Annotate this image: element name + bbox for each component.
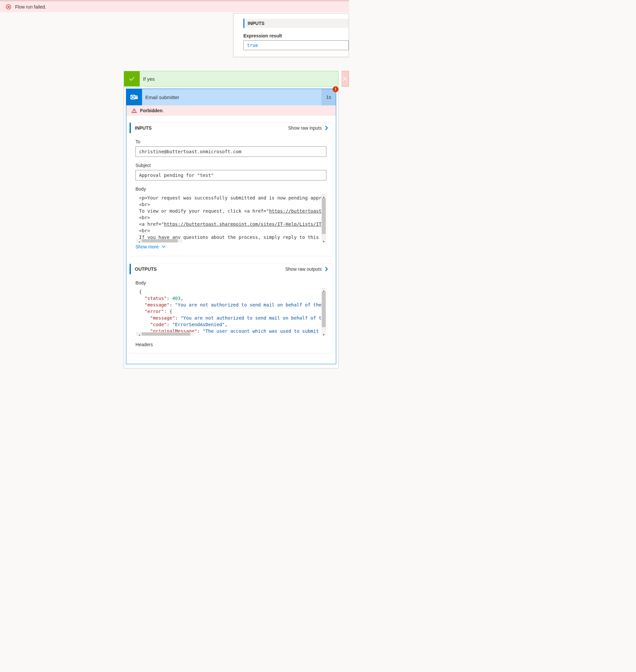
error-badge-icon: !	[333, 86, 338, 92]
output-headers-label: Headers	[136, 342, 326, 347]
output-body-value[interactable]: { "status": 403, "message": "You are not…	[136, 287, 326, 336]
warning-triangle-icon	[132, 108, 137, 113]
chevron-right-icon	[324, 126, 328, 131]
inputs-section-header: INPUTS	[243, 19, 349, 28]
check-icon	[124, 71, 140, 86]
svg-point-5	[134, 112, 135, 112]
show-raw-outputs-link[interactable]: Show raw outputs	[285, 266, 328, 272]
scrollbar-horizontal[interactable]: ◀	[138, 239, 182, 243]
expression-result-label: Expression result	[243, 28, 349, 40]
if-yes-body: ! Email submitter 1s Forbidden.	[124, 87, 338, 368]
outlook-icon	[126, 89, 142, 105]
banner-message: Flow run failed.	[15, 4, 46, 9]
action-title: Email submitter	[142, 89, 321, 105]
expression-result-value: true	[243, 40, 349, 50]
action-outputs-panel: OUTPUTS Show raw outputs Body { "status"…	[130, 264, 333, 353]
show-raw-inputs-link[interactable]: Show raw inputs	[288, 126, 328, 131]
outputs-title: OUTPUTS	[135, 266, 157, 272]
error-circle-icon	[6, 4, 11, 9]
if-yes-label: If yes	[140, 76, 155, 82]
condition-inputs-panel: INPUTS Expression result true	[233, 13, 349, 57]
scrollbar-horizontal-end[interactable]: ▶	[136, 332, 142, 336]
scrollbar-vertical[interactable]: ▲ ▼	[321, 288, 326, 336]
action-header[interactable]: Email submitter 1s	[126, 89, 336, 105]
subject-value[interactable]: Approval pending for "test"	[136, 170, 326, 180]
close-icon	[341, 75, 349, 82]
email-submitter-action[interactable]: ! Email submitter 1s Forbidden.	[126, 89, 336, 364]
forbidden-error-bar: Forbidden.	[126, 105, 336, 116]
show-more-link[interactable]: Show more	[136, 243, 326, 252]
if-yes-branch[interactable]: If yes	[124, 71, 338, 87]
chevron-right-icon	[324, 266, 328, 272]
subject-label: Subject	[136, 163, 326, 168]
output-body-label: Body	[136, 280, 326, 286]
forbidden-label: Forbidden	[140, 108, 162, 113]
body-label: Body	[136, 186, 326, 192]
scrollbar-vertical[interactable]: ▲ ▼	[321, 194, 326, 243]
action-body: INPUTS Show raw inputs To christine@butt…	[126, 116, 336, 364]
chevron-down-icon	[161, 245, 166, 248]
if-no-branch[interactable]	[341, 71, 349, 87]
condition-branch-header: If yes	[124, 71, 349, 87]
to-label: To	[136, 139, 326, 145]
scrollbar-horizontal[interactable]: ◀	[138, 332, 194, 336]
action-inputs-panel: INPUTS Show raw inputs To christine@butt…	[130, 122, 333, 256]
body-value[interactable]: <p>Your request was successfully submitt…	[136, 194, 326, 243]
flow-error-banner: Flow run failed.	[0, 1, 349, 12]
inputs-title: INPUTS	[135, 126, 152, 131]
to-value[interactable]: christine@buttertoast.onmicrosoft.com	[136, 146, 326, 157]
scrollbar-horizontal-end[interactable]: ▶	[136, 239, 142, 243]
